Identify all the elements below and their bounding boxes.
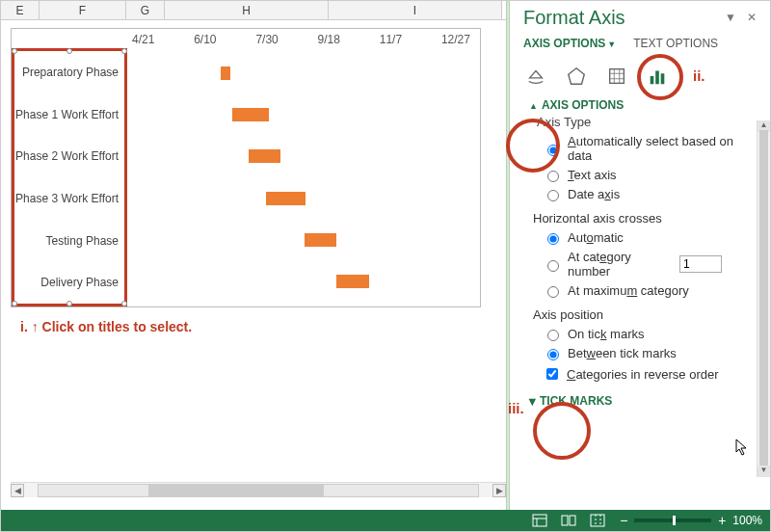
column-header-E[interactable]: E [1,1,40,19]
x-tick: 4/21 [132,33,154,48]
svg-rect-2 [651,76,654,84]
radio-input[interactable] [547,233,559,245]
svg-rect-4 [661,73,665,84]
plot-area[interactable] [132,52,470,303]
svg-rect-3 [655,71,659,85]
radio-crosses-max[interactable]: At maximum category [543,283,747,298]
scroll-track[interactable] [38,484,479,497]
column-header-G[interactable]: G [126,1,165,19]
zoom-out-button[interactable]: − [617,513,630,528]
category-number-input[interactable] [679,255,722,273]
selection-handle[interactable] [12,48,17,54]
annotation-ring-iii [533,402,591,460]
scroll-thumb[interactable] [148,485,324,496]
size-properties-icon[interactable] [604,64,629,89]
radio-text-axis[interactable]: Text axis [543,168,747,182]
radio-input[interactable] [547,330,559,341]
task-pane-options-button[interactable]: ▼ [724,12,737,25]
horizontal-scrollbar[interactable]: ◀ ▶ [11,482,506,497]
annotation-ii: ii. [693,67,705,84]
svg-rect-10 [591,515,604,526]
page-layout-view-button[interactable] [559,513,578,528]
axis-options-section: ▲AXIS OPTIONS Axis Type Automatically se… [523,98,758,408]
gantt-bar[interactable] [221,66,230,80]
category-label[interactable]: Phase 1 Work Effort [14,108,119,121]
radio-input[interactable] [547,260,559,272]
scroll-left-button[interactable]: ◀ [11,484,24,497]
category-label[interactable]: Phase 3 Work Effort [14,192,119,205]
checkbox-input[interactable] [546,368,558,380]
gantt-bar[interactable] [232,108,270,121]
status-bar: − + 100% [1,510,770,531]
tick-marks-heading[interactable]: ▶TICK MARKS [529,394,747,408]
scroll-right-button[interactable]: ▶ [492,484,506,497]
radio-input[interactable] [547,145,559,156]
tab-axis-options[interactable]: AXIS OPTIONS▼ [523,37,616,50]
svg-rect-8 [562,516,568,525]
close-pane-button[interactable]: ✕ [745,12,758,25]
selection-handle[interactable] [121,48,127,54]
gantt-chart[interactable]: 4/21 6/10 7/30 9/18 11/7 12/27 Preparato… [11,28,481,307]
radio-crosses-category[interactable]: At category number [543,250,747,279]
effects-icon[interactable] [564,64,589,89]
x-tick: 6/10 [194,33,216,48]
axis-type-label: Axis Type [537,115,747,129]
zoom-level-label[interactable]: 100% [732,514,762,527]
axis-options-heading[interactable]: ▲AXIS OPTIONS [529,98,747,112]
radio-input[interactable] [547,190,559,201]
gantt-bar[interactable] [305,233,336,247]
radio-between-tick[interactable]: Between tick marks [543,346,747,360]
annotation-i: i. ↑ Click on titles to select. [20,319,192,334]
fill-line-icon[interactable] [523,64,548,89]
selection-handle[interactable] [66,301,72,306]
x-tick: 9/18 [318,33,340,48]
tab-text-options[interactable]: TEXT OPTIONS [633,37,718,50]
x-tick: 12/27 [441,33,470,48]
svg-rect-5 [533,515,546,526]
category-label[interactable]: Phase 2 Work Effort [14,149,119,163]
radio-date-axis[interactable]: Date axis [543,187,747,201]
zoom-in-button[interactable]: + [715,513,729,528]
x-tick: 7/30 [255,33,278,48]
gantt-bar[interactable] [266,192,305,205]
column-headers: E F G H I [1,1,506,20]
annotation-iii: iii. [508,400,524,416]
pane-title: Format Axis [523,7,625,29]
selection-handle[interactable] [121,301,127,306]
gantt-bar[interactable] [249,149,280,163]
worksheet-area: E F G H I 4/21 6/10 7/30 9/18 11/7 12/27 [1,1,506,512]
selection-handle[interactable] [66,48,72,54]
x-tick: 11/7 [380,33,402,48]
gantt-bar[interactable] [336,275,368,288]
radio-input[interactable] [547,171,559,182]
axis-position-label: Axis position [533,307,747,322]
svg-rect-1 [610,69,625,84]
x-axis-ticks: 4/21 6/10 7/30 9/18 11/7 12/27 [132,33,470,48]
selection-handle[interactable] [12,301,17,306]
horizontal-crosses-label: Horizontal axis crosses [533,211,747,226]
format-category-icons: ii. [523,64,758,89]
zoom-thumb[interactable] [673,516,676,525]
radio-crosses-auto[interactable]: Automatic [543,230,747,245]
scroll-thumb[interactable] [759,130,768,467]
column-header-I[interactable]: I [329,1,502,19]
axis-options-icon[interactable] [645,64,670,89]
scroll-down-button[interactable]: ▼ [758,466,770,477]
column-header-F[interactable]: F [40,1,126,19]
category-label[interactable]: Testing Phase [14,234,119,248]
radio-input[interactable] [547,286,559,298]
page-break-view-button[interactable] [588,513,607,528]
checkbox-reverse-order[interactable]: Categories in reverse order [543,365,747,383]
radio-auto-select[interactable]: Automatically select based on data [543,134,747,163]
column-header-H[interactable]: H [165,1,329,19]
svg-rect-9 [570,516,575,525]
category-label[interactable]: Delivery Phase [14,276,119,289]
format-axis-pane: Format Axis ▼ ✕ AXIS OPTIONS▼ TEXT OPTIO… [510,1,770,510]
category-label[interactable]: Preparatory Phase [14,66,119,79]
radio-input[interactable] [547,349,559,360]
radio-on-tick[interactable]: On tick marks [543,327,747,341]
normal-view-button[interactable] [530,513,549,528]
vertical-axis[interactable]: Preparatory PhasePhase 1 Work EffortPhas… [12,48,127,306]
pane-vertical-scrollbar[interactable]: ▲ ▼ [757,120,770,477]
zoom-slider[interactable] [634,519,711,522]
